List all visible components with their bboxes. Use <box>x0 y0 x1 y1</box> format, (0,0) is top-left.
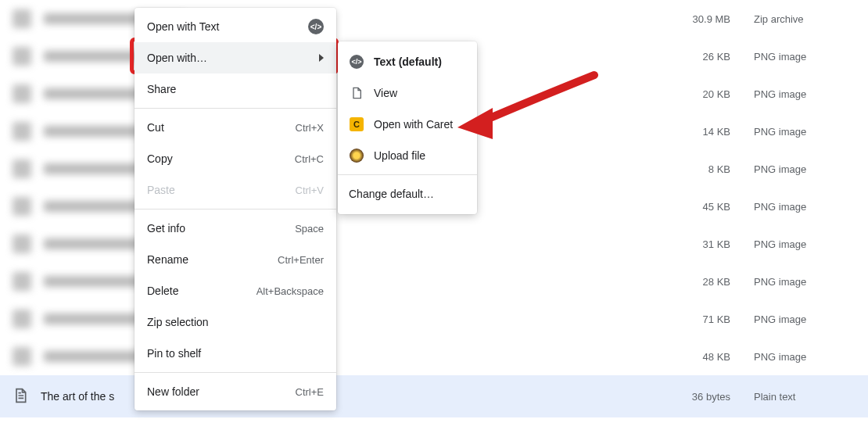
menu-shortcut: Space <box>295 223 324 235</box>
app-badge-icon: </> <box>307 19 324 34</box>
file-size: 26 KB <box>668 51 730 63</box>
menu-label: Zip selection <box>147 316 324 328</box>
file-size: 20 KB <box>668 88 730 100</box>
separator <box>135 372 336 373</box>
file-size: 30.9 MB <box>668 13 730 25</box>
text-app-icon: </> <box>349 54 364 70</box>
menu-label: Pin to shelf <box>147 347 324 360</box>
menu-item-open-with-text[interactable]: Open with Text </> <box>135 11 336 42</box>
file-type: PNG image <box>754 126 855 138</box>
file-size: 71 KB <box>668 313 730 325</box>
menu-item-get-info[interactable]: Get info Space <box>135 213 336 244</box>
file-type: PNG image <box>754 51 855 63</box>
open-with-submenu: </> Text (default) View C Open with Care… <box>338 41 477 214</box>
file-type: PNG image <box>754 313 855 325</box>
menu-label: Copy <box>147 152 295 165</box>
separator <box>338 174 477 175</box>
menu-label: Get info <box>147 222 295 235</box>
menu-item-open-with[interactable]: Open with… <box>135 42 336 73</box>
menu-label: Open with… <box>147 52 307 64</box>
menu-item-paste: Paste Ctrl+V <box>135 174 336 206</box>
separator <box>135 108 336 109</box>
submenu-label: Open with Caret <box>374 118 453 131</box>
file-row[interactable]: 31 KB PNG image <box>0 225 868 263</box>
file-type: PNG image <box>754 351 855 363</box>
menu-shortcut: Ctrl+Enter <box>278 254 324 266</box>
submenu-item-text-default[interactable]: </> Text (default) <box>338 46 477 77</box>
menu-shortcut: Alt+Backspace <box>256 285 324 297</box>
file-type: PNG image <box>754 201 855 213</box>
submenu-label: View <box>374 87 397 99</box>
doc-icon <box>349 85 364 101</box>
file-type: PNG image <box>754 238 855 250</box>
file-name: The art of the s <box>41 390 114 403</box>
caret-app-icon: C <box>349 116 364 132</box>
menu-item-cut[interactable]: Cut Ctrl+X <box>135 112 336 143</box>
text-file-icon <box>13 386 28 407</box>
file-type: Zip archive <box>754 13 855 25</box>
submenu-label: Change default… <box>349 188 434 200</box>
submenu-label: Upload file <box>374 149 425 162</box>
menu-item-copy[interactable]: Copy Ctrl+C <box>135 143 336 174</box>
menu-shortcut: Ctrl+E <box>296 386 324 398</box>
file-size: 36 bytes <box>668 391 730 403</box>
submenu-arrow-icon <box>307 54 324 62</box>
file-size: 31 KB <box>668 238 730 250</box>
menu-label: New folder <box>147 385 296 398</box>
menu-item-zip-selection[interactable]: Zip selection <box>135 306 336 338</box>
file-size: 48 KB <box>668 351 730 363</box>
upload-app-icon <box>349 148 364 163</box>
menu-item-new-folder[interactable]: New folder Ctrl+E <box>135 376 336 407</box>
menu-shortcut: Ctrl+V <box>296 184 324 196</box>
submenu-item-open-with-caret[interactable]: C Open with Caret <box>338 109 477 140</box>
menu-label: Delete <box>147 285 256 297</box>
submenu-item-view[interactable]: View <box>338 77 477 109</box>
menu-item-rename[interactable]: Rename Ctrl+Enter <box>135 244 336 275</box>
context-menu: Open with Text </> Open with… Share Cut … <box>135 8 336 410</box>
menu-label: Cut <box>147 121 296 134</box>
menu-item-delete[interactable]: Delete Alt+Backspace <box>135 275 336 306</box>
submenu-item-change-default[interactable]: Change default… <box>338 178 477 210</box>
menu-label: Share <box>147 83 324 95</box>
file-size: 14 KB <box>668 126 730 138</box>
submenu-label: Text (default) <box>374 56 442 68</box>
menu-label: Rename <box>147 253 278 266</box>
menu-shortcut: Ctrl+C <box>295 153 324 165</box>
submenu-item-upload-file[interactable]: Upload file <box>338 140 477 171</box>
file-size: 45 KB <box>668 201 730 213</box>
menu-label: Paste <box>147 184 296 196</box>
file-row[interactable]: 30.9 MB Zip archive <box>0 0 868 38</box>
file-row[interactable]: 48 KB PNG image <box>0 338 868 375</box>
file-row[interactable]: 28 KB PNG image <box>0 263 868 300</box>
menu-item-pin-to-shelf[interactable]: Pin to shelf <box>135 338 336 369</box>
separator <box>135 209 336 210</box>
file-type: PNG image <box>754 163 855 175</box>
file-row-selected[interactable]: The art of the s 36 bytes Plain text <box>0 375 868 417</box>
menu-label: Open with Text <box>147 20 307 33</box>
file-type: Plain text <box>754 391 855 403</box>
file-size: 8 KB <box>668 163 730 175</box>
file-type: PNG image <box>754 88 855 100</box>
menu-shortcut: Ctrl+X <box>296 122 324 134</box>
file-type: PNG image <box>754 276 855 288</box>
file-size: 28 KB <box>668 276 730 288</box>
file-row[interactable]: 71 KB PNG image <box>0 300 868 338</box>
menu-item-share[interactable]: Share <box>135 73 336 105</box>
